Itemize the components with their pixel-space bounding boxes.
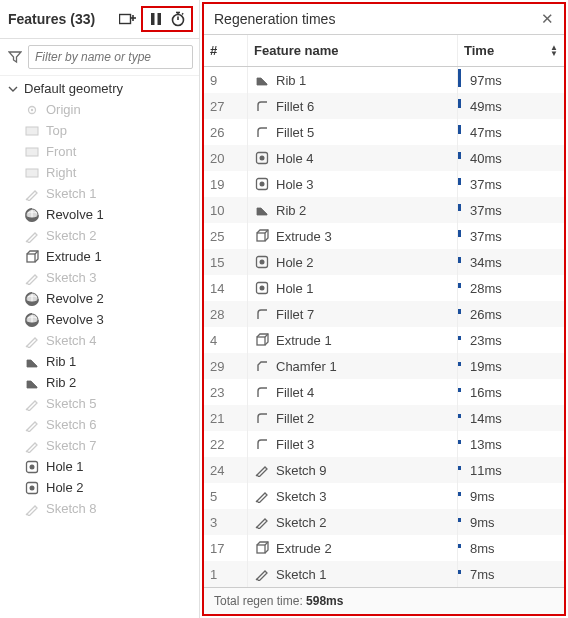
svg-line-28 xyxy=(26,451,27,452)
row-name: Hole 2 xyxy=(276,255,314,270)
svg-rect-4 xyxy=(158,13,162,25)
rib-icon xyxy=(24,355,40,369)
tree-item-label: Front xyxy=(46,144,76,159)
row-time: 40ms xyxy=(470,151,502,166)
filter-icon[interactable] xyxy=(8,46,22,68)
tree-item-origin[interactable]: Origin xyxy=(0,99,199,120)
tree-item[interactable]: Rib 1 xyxy=(0,351,199,372)
time-bar xyxy=(458,99,461,108)
stopwatch-icon[interactable] xyxy=(167,8,189,30)
time-bar xyxy=(458,257,461,263)
tree-item-top[interactable]: Top xyxy=(0,120,199,141)
sketch-icon xyxy=(24,439,40,453)
footer-value: 598ms xyxy=(306,594,343,608)
hole-icon xyxy=(254,254,270,270)
tree-root-default-geometry[interactable]: Default geometry xyxy=(0,78,199,99)
tree-item-right[interactable]: Right xyxy=(0,162,199,183)
tree-item-label: Sketch 2 xyxy=(46,228,97,243)
tree-item[interactable]: Revolve 3 xyxy=(0,309,199,330)
tree-item-label: Revolve 1 xyxy=(46,207,104,222)
tree-item-label: Sketch 3 xyxy=(46,270,97,285)
tree-item-label: Sketch 5 xyxy=(46,396,97,411)
filter-input[interactable] xyxy=(28,45,193,69)
time-bar xyxy=(458,440,461,444)
row-time: 34ms xyxy=(470,255,502,270)
col-header-number[interactable]: # xyxy=(204,35,248,66)
add-feature-icon[interactable] xyxy=(117,8,139,30)
row-time-cell: 7ms xyxy=(458,559,564,588)
tree-item-label: Revolve 2 xyxy=(46,291,104,306)
fillet-icon xyxy=(254,124,270,140)
svg-rect-19 xyxy=(27,254,35,262)
tree-item[interactable]: Sketch 8 xyxy=(0,498,199,519)
time-bar xyxy=(458,388,461,392)
pause-icon[interactable] xyxy=(145,8,167,30)
row-time: 13ms xyxy=(470,437,502,452)
svg-line-46 xyxy=(256,527,257,528)
tree-item[interactable]: Revolve 1 xyxy=(0,204,199,225)
row-time: 19ms xyxy=(470,359,502,374)
close-icon[interactable]: ✕ xyxy=(541,10,554,28)
sketch-icon xyxy=(254,462,270,478)
row-name: Fillet 7 xyxy=(276,307,314,322)
sketch-icon xyxy=(24,418,40,432)
row-name: Rib 1 xyxy=(276,73,306,88)
time-bar xyxy=(458,230,461,237)
row-name: Hole 3 xyxy=(276,177,314,192)
tree-item[interactable]: Sketch 7 xyxy=(0,435,199,456)
chevron-down-icon xyxy=(8,84,18,94)
sketch-icon xyxy=(254,566,270,582)
svg-line-20 xyxy=(26,283,27,284)
svg-rect-14 xyxy=(26,169,38,177)
tree-item[interactable]: Hole 2 xyxy=(0,477,199,498)
svg-line-27 xyxy=(26,430,27,431)
time-bar xyxy=(458,69,461,87)
tree-item[interactable]: Hole 1 xyxy=(0,456,199,477)
tree-item[interactable]: Sketch 1 xyxy=(0,183,199,204)
tree-item[interactable]: Sketch 3 xyxy=(0,267,199,288)
svg-rect-13 xyxy=(26,148,38,156)
feature-list-title: Features (33) xyxy=(8,11,95,27)
extrude-icon xyxy=(254,540,270,556)
row-name: Sketch 1 xyxy=(276,567,327,582)
tree-item[interactable]: Revolve 2 xyxy=(0,288,199,309)
row-time: 37ms xyxy=(470,177,502,192)
time-bar xyxy=(458,518,461,522)
row-time: 7ms xyxy=(470,567,495,582)
row-time: 47ms xyxy=(470,125,502,140)
regen-table-body[interactable]: 9 Rib 1 97ms 27 Fillet 6 49ms 26 Fillet … xyxy=(204,67,564,587)
time-bar xyxy=(458,204,461,211)
tree-item[interactable]: Sketch 5 xyxy=(0,393,199,414)
fillet-icon xyxy=(254,436,270,452)
tree-item[interactable]: Rib 2 xyxy=(0,372,199,393)
sketch-icon xyxy=(24,271,40,285)
tree-root-label: Default geometry xyxy=(24,81,123,96)
svg-rect-0 xyxy=(120,15,131,24)
time-bar xyxy=(458,466,461,470)
tree-item[interactable]: Sketch 4 xyxy=(0,330,199,351)
svg-rect-38 xyxy=(257,233,265,241)
table-row[interactable]: 1 Sketch 1 7ms xyxy=(204,561,564,587)
row-name: Chamfer 1 xyxy=(276,359,337,374)
row-time: 9ms xyxy=(470,515,495,530)
col-header-time[interactable]: Time ▲▼ xyxy=(458,35,564,66)
tree-item-label: Right xyxy=(46,165,76,180)
svg-line-15 xyxy=(26,199,27,200)
chamfer-icon xyxy=(254,358,270,374)
row-name: Sketch 9 xyxy=(276,463,327,478)
tree-item-front[interactable]: Front xyxy=(0,141,199,162)
row-name: Fillet 4 xyxy=(276,385,314,400)
highlight-box-header xyxy=(141,6,193,32)
tree-item[interactable]: Sketch 2 xyxy=(0,225,199,246)
svg-point-42 xyxy=(260,286,265,291)
col-header-name[interactable]: Feature name xyxy=(248,35,458,66)
tree-item[interactable]: Extrude 1 xyxy=(0,246,199,267)
row-time: 26ms xyxy=(470,307,502,322)
svg-point-35 xyxy=(260,156,265,161)
extrude-icon xyxy=(24,250,40,264)
row-time: 37ms xyxy=(470,229,502,244)
tree-item[interactable]: Sketch 6 xyxy=(0,414,199,435)
hole-icon xyxy=(24,481,40,495)
svg-line-9 xyxy=(182,13,183,14)
feature-tree[interactable]: Default geometry OriginTopFrontRight Ske… xyxy=(0,76,199,618)
